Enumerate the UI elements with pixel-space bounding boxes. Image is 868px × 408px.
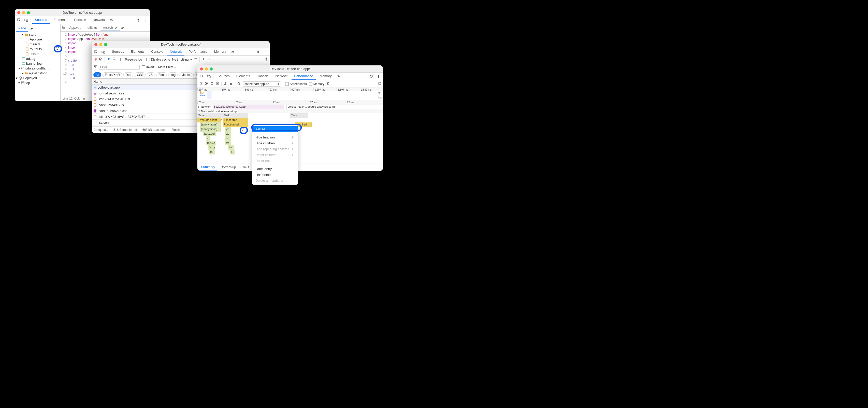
device-icon[interactable]: [23, 17, 29, 23]
flame-task[interactable]: Task: [290, 113, 308, 118]
inspect-icon[interactable]: [93, 49, 99, 55]
maximize-icon[interactable]: [104, 43, 107, 46]
file-tab-utils[interactable]: utils.ts: [85, 24, 99, 31]
flame-a[interactable]: (a…): [209, 150, 215, 154]
flame-yz[interactable]: yz: [225, 127, 231, 132]
flame-anonymous[interactable]: (anonymous): [200, 122, 221, 127]
more-icon[interactable]: [376, 74, 381, 79]
minimize-icon[interactable]: [205, 67, 208, 70]
network-request-css[interactable]: 522e.css (coffee-cart.app): [213, 105, 284, 109]
filter-icon[interactable]: [107, 57, 111, 62]
tab-elements[interactable]: Elements: [51, 16, 70, 24]
gear-icon[interactable]: [265, 57, 268, 62]
inspect-icon[interactable]: [199, 74, 205, 79]
tab-console[interactable]: Console: [254, 72, 272, 80]
record-dot-icon[interactable]: [205, 82, 208, 86]
titlebar[interactable]: DevTools - coffee-cart.app/: [15, 9, 150, 16]
tab-elements[interactable]: Elements: [234, 72, 253, 80]
tab-elements[interactable]: Elements: [128, 48, 147, 56]
flame-gy[interactable]: gy: [225, 141, 231, 145]
device-icon[interactable]: [206, 74, 212, 79]
context-hide-function[interactable]: Hide functionH: [252, 135, 298, 140]
chip-fetch[interactable]: Fetch/XHR: [102, 72, 122, 77]
more-tabs-icon[interactable]: ≫: [121, 26, 124, 30]
tab-console[interactable]: Console: [71, 16, 89, 24]
more-tabs-icon[interactable]: ≫: [30, 27, 33, 30]
context-hide-children[interactable]: Hide childrenC: [252, 140, 298, 146]
flame-c[interactable]: c: [206, 136, 210, 141]
flame-function-call[interactable]: Function call: [223, 122, 248, 127]
titlebar[interactable]: DevTools - coffee-cart.app/: [92, 41, 270, 48]
chip-js[interactable]: JS: [147, 72, 155, 77]
inspect-icon[interactable]: [16, 17, 22, 23]
tab-network[interactable]: Network: [167, 48, 185, 56]
flame-a[interactable]: (a…): [208, 145, 215, 150]
maximize-icon[interactable]: [210, 67, 213, 70]
tab-network[interactable]: Network: [273, 72, 290, 80]
filter-input[interactable]: [99, 65, 140, 70]
more-tabs-icon[interactable]: ≫: [109, 17, 115, 23]
traffic-lights[interactable]: [94, 43, 107, 46]
tree-folder-cdnjs[interactable]: ▾ cdnjs.cloudflar…: [15, 66, 60, 71]
more-icon[interactable]: [55, 26, 59, 31]
tree-folder-ajax[interactable]: ▸ ajax/libs/nor…: [15, 71, 60, 76]
tree-folder-store[interactable]: ▸ store: [15, 32, 60, 37]
minimize-icon[interactable]: [99, 43, 102, 46]
download-icon[interactable]: [207, 57, 211, 62]
tab-sources[interactable]: Sources: [215, 72, 232, 80]
tree-file-app[interactable]: App.vue: [15, 37, 60, 42]
disable-cache-checkbox[interactable]: Disable cache: [146, 58, 170, 61]
tree-top[interactable]: ▾ top: [15, 81, 60, 85]
record-icon[interactable]: [93, 57, 97, 62]
tree-file-ad[interactable]: ad.jpg: [15, 56, 60, 61]
throttling-select[interactable]: No throttling ▾: [172, 58, 192, 61]
record-icon[interactable]: [199, 82, 203, 86]
download-icon[interactable]: [229, 82, 233, 86]
flame-by[interactable]: by: [228, 145, 234, 150]
context-ask-ai[interactable]: Ask AI: [252, 126, 298, 132]
gear-icon[interactable]: [378, 82, 381, 86]
flame-evaluate-script[interactable]: Evaluate script: [197, 118, 221, 122]
flame-tz[interactable]: tz: [225, 136, 231, 141]
time-ruler[interactable]: 62 ms67 ms72 ms77 ms82 ms: [197, 100, 383, 105]
memory-checkbox[interactable]: Memory: [309, 82, 324, 86]
upload-icon[interactable]: [224, 82, 227, 86]
flame-timer-fired[interactable]: Timer fired: [223, 118, 248, 122]
preserve-log-checkbox[interactable]: Preserve log: [120, 58, 142, 61]
minimize-icon[interactable]: [22, 11, 25, 14]
flame-task[interactable]: Task: [223, 113, 248, 118]
more-tabs-icon[interactable]: ≫: [230, 49, 236, 55]
tree-file-router[interactable]: router.ts: [15, 47, 60, 51]
chip-img[interactable]: Img: [168, 72, 178, 77]
upload-icon[interactable]: [202, 57, 205, 62]
gear-icon[interactable]: [255, 49, 261, 55]
tab-sources[interactable]: Sources: [32, 16, 50, 24]
flame-anon-short[interactable]: (an…us): [203, 132, 216, 136]
tree-file-utils[interactable]: utils.ts: [15, 51, 60, 56]
chip-all[interactable]: All: [93, 72, 101, 77]
perf-tab-bottom-up[interactable]: Bottom-up: [219, 164, 238, 170]
wifi-icon[interactable]: [194, 57, 197, 62]
tree-file-main[interactable]: main.ts: [15, 42, 60, 47]
more-tabs-icon[interactable]: ≫: [336, 74, 341, 79]
device-icon[interactable]: [100, 49, 106, 55]
tab-memory[interactable]: Memory: [212, 48, 229, 56]
flame-task[interactable]: Task: [197, 113, 223, 118]
file-tab-main[interactable]: main.ts: [100, 24, 120, 31]
perf-tab-summary[interactable]: Summary: [199, 164, 217, 171]
chip-font[interactable]: Font: [156, 72, 167, 77]
perf-tab-call-tree[interactable]: Call t: [240, 164, 251, 170]
context-link-entries[interactable]: Link entries: [252, 172, 298, 178]
sidebar-tab-page[interactable]: Page: [16, 25, 28, 32]
more-icon[interactable]: [143, 17, 148, 23]
toggle-navigator-icon[interactable]: [62, 25, 66, 30]
tab-memory[interactable]: Memory: [317, 72, 334, 80]
traffic-lights[interactable]: [200, 67, 213, 70]
network-track[interactable]: ▸ Network 522e.css (coffee-cart.app) col…: [197, 105, 383, 109]
flame-ans[interactable]: (an…s): [206, 141, 216, 145]
trash-icon[interactable]: [327, 82, 330, 86]
context-label-entry[interactable]: Label entry: [252, 166, 298, 172]
close-icon[interactable]: [94, 43, 97, 46]
recording-select[interactable]: coffee-cart.app #2▾: [243, 82, 281, 87]
tab-performance[interactable]: Performance: [186, 48, 210, 56]
